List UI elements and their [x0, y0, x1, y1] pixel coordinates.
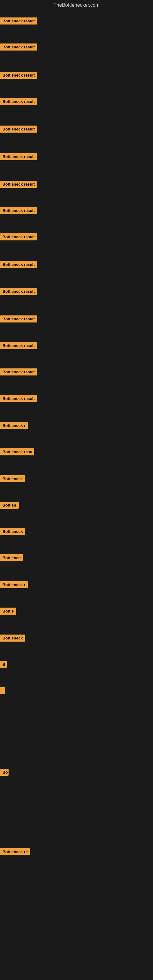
page-wrapper: TheBottlenecker.com Bottleneck resultBot…: [0, 0, 153, 980]
result-row-12: Bottleneck result: [0, 315, 37, 324]
result-row-24: Bottleneck: [0, 635, 25, 643]
bottleneck-badge-2[interactable]: Bottleneck result: [0, 43, 37, 51]
result-row-20: Bottleneck: [0, 528, 25, 536]
result-row-27: Bo: [0, 769, 9, 777]
bottleneck-badge-17[interactable]: Bottleneck resu: [0, 449, 34, 455]
result-row-22: Bottleneck r: [0, 581, 28, 590]
result-row-28: Bottleneck re: [0, 848, 30, 857]
result-row-2: Bottleneck result: [0, 43, 37, 52]
result-row-6: Bottleneck result: [0, 153, 37, 161]
bottleneck-badge-7[interactable]: Bottleneck result: [0, 181, 37, 188]
result-row-11: Bottleneck result: [0, 288, 37, 296]
bottleneck-badge-24[interactable]: Bottleneck: [0, 635, 25, 641]
bottleneck-badge-28[interactable]: Bottleneck re: [0, 848, 30, 855]
bottleneck-badge-20[interactable]: Bottleneck: [0, 528, 25, 535]
site-title: TheBottlenecker.com: [0, 0, 153, 10]
bottleneck-badge-6[interactable]: Bottleneck result: [0, 153, 37, 160]
result-row-5: Bottleneck result: [0, 126, 37, 134]
result-row-4: Bottleneck result: [0, 98, 37, 106]
bottleneck-badge-25[interactable]: B: [0, 661, 7, 668]
bottleneck-badge-23[interactable]: Bottle: [0, 608, 16, 615]
result-row-15: Bottleneck result: [0, 395, 37, 403]
bottleneck-badge-27[interactable]: Bo: [0, 769, 9, 776]
bottleneck-badge-8[interactable]: Bottleneck result: [0, 207, 37, 214]
bottleneck-badge-1[interactable]: Bottleneck result: [0, 18, 37, 24]
bottleneck-badge-18[interactable]: Bottleneck: [0, 475, 25, 482]
bottleneck-badge-9[interactable]: Bottleneck result: [0, 233, 37, 240]
result-row-19: Bottlen: [0, 502, 19, 510]
bottleneck-badge-19[interactable]: Bottlen: [0, 502, 19, 509]
result-row-25: B: [0, 661, 7, 669]
bottleneck-badge-10[interactable]: Bottleneck result: [0, 261, 37, 268]
bottleneck-badge-22[interactable]: Bottleneck r: [0, 581, 28, 588]
bottleneck-badge-12[interactable]: Bottleneck result: [0, 315, 37, 323]
result-row-10: Bottleneck result: [0, 261, 37, 269]
result-row-17: Bottleneck resu: [0, 449, 34, 457]
bottleneck-badge-4[interactable]: Bottleneck result: [0, 98, 37, 105]
bottleneck-badge-26[interactable]: [0, 687, 5, 694]
result-row-7: Bottleneck result: [0, 181, 37, 189]
bottleneck-badge-3[interactable]: Bottleneck result: [0, 72, 37, 79]
result-row-26: [0, 687, 5, 695]
bottleneck-badge-14[interactable]: Bottleneck result: [0, 368, 37, 375]
bottleneck-badge-13[interactable]: Bottleneck result: [0, 342, 37, 349]
result-row-14: Bottleneck result: [0, 368, 37, 377]
result-row-8: Bottleneck result: [0, 207, 37, 215]
bottleneck-badge-5[interactable]: Bottleneck result: [0, 126, 37, 133]
result-row-23: Bottle: [0, 608, 16, 616]
result-row-21: Bottlenec: [0, 554, 23, 563]
result-row-9: Bottleneck result: [0, 233, 37, 242]
result-row-13: Bottleneck result: [0, 342, 37, 350]
result-row-18: Bottleneck: [0, 475, 25, 484]
bottleneck-badge-11[interactable]: Bottleneck result: [0, 288, 37, 295]
result-row-3: Bottleneck result: [0, 72, 37, 80]
result-row-16: Bottleneck r: [0, 422, 28, 430]
bottleneck-badge-16[interactable]: Bottleneck r: [0, 422, 28, 429]
bottleneck-badge-15[interactable]: Bottleneck result: [0, 395, 37, 402]
bottleneck-badge-21[interactable]: Bottlenec: [0, 554, 23, 562]
result-row-1: Bottleneck result: [0, 18, 37, 26]
